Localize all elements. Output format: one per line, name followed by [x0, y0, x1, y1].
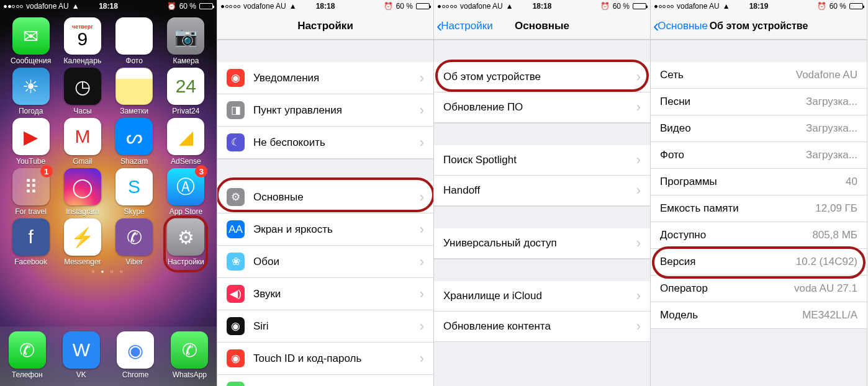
app-clock[interactable]: ◷Часы: [58, 68, 107, 115]
app-adsense[interactable]: ◢AdSense: [161, 118, 210, 166]
cell-touchid[interactable]: ◉Touch ID и код-пароль›: [217, 343, 433, 375]
chevron-right-icon: ›: [420, 222, 424, 238]
row-label: Емкость памяти: [660, 202, 815, 215]
touchid-icon: ◉: [227, 349, 245, 367]
row-label: Версия: [660, 256, 796, 268]
app-calendar[interactable]: четверг9Календарь: [58, 17, 107, 65]
cell-label: Обновление контента: [443, 320, 631, 333]
row-label: Песни: [660, 96, 806, 108]
privat24-icon: 24: [167, 68, 204, 105]
row-value: Загрузка...: [806, 122, 857, 135]
app-app-store[interactable]: Ⓐ3App Store: [161, 168, 210, 216]
app-facebook[interactable]: fFacebook: [6, 218, 56, 266]
cell-label: Звуки: [253, 288, 415, 300]
app-viber[interactable]: ✆Viber: [109, 218, 159, 266]
cell-storage[interactable]: Хранилище и iCloud›: [434, 281, 650, 312]
cell-dnd[interactable]: ☾Не беспокоить›: [217, 127, 433, 159]
cell-spotlight[interactable]: Поиск Spotlight›: [434, 145, 650, 176]
row-model: МодельME342LL/A: [651, 302, 867, 329]
app-label: Chrome: [111, 370, 160, 379]
app-label: Instagram: [58, 207, 107, 216]
row-value: 805,8 МБ: [812, 229, 857, 241]
row-label: Модель: [660, 309, 802, 321]
row-label: Видео: [660, 122, 806, 135]
battery-icon: [416, 3, 430, 9]
row-label: Доступно: [660, 229, 812, 241]
weather-icon: ☀: [12, 68, 50, 105]
camera-icon: 📷: [167, 17, 204, 55]
app-label: Погода: [6, 107, 56, 115]
row-network: СетьVodafone AU: [651, 62, 867, 89]
cell-handoff[interactable]: Handoff›: [434, 176, 650, 206]
battery-icon: [849, 3, 863, 9]
nav-title: Об этом устройстве: [710, 20, 808, 32]
app-gmail[interactable]: MGmail: [58, 118, 107, 166]
cell-siri[interactable]: ◉Siri›: [217, 310, 433, 343]
cell-control[interactable]: ◨Пункт управления›: [217, 94, 433, 127]
cell-sounds[interactable]: ◀)Звуки›: [217, 278, 433, 310]
app-messages[interactable]: ✉Сообщения: [6, 17, 56, 65]
cell-about[interactable]: Об этом устройстве›: [434, 62, 650, 92]
row-label: Программы: [660, 176, 846, 188]
sounds-icon: ◀): [227, 285, 245, 303]
app-photos[interactable]: ✿Фото: [109, 17, 159, 65]
nav-bar: ‹Настройки Основные: [434, 12, 650, 40]
dock-app-phone[interactable]: ✆Телефон: [2, 331, 52, 379]
chevron-right-icon: ›: [636, 318, 641, 334]
display-icon: AA: [227, 220, 245, 238]
nav-bar: ‹Основные Об этом устройстве: [651, 12, 867, 40]
row-label: Сеть: [660, 69, 796, 81]
row-capacity: Емкость памяти12,09 ГБ: [651, 195, 867, 222]
cell-update[interactable]: Обновление ПО›: [434, 92, 650, 123]
cell-refresh[interactable]: Обновление контента›: [434, 312, 650, 342]
cell-label: Универсальный доступ: [443, 237, 631, 249]
dock-app-chrome[interactable]: ◉Chrome: [111, 331, 160, 379]
app-label: Заметки: [109, 107, 159, 115]
clock-icon: ◷: [64, 68, 101, 105]
dnd-icon: ☾: [227, 133, 245, 151]
cell-accessibility[interactable]: Универсальный доступ›: [434, 228, 650, 259]
badge: 3: [195, 165, 207, 177]
control-icon: ◨: [227, 101, 245, 119]
shazam-icon: ᔕ: [115, 118, 153, 155]
row-value: 12,09 ГБ: [815, 202, 857, 215]
cell-notif[interactable]: ◉Уведомления›: [217, 62, 433, 94]
app-youtube[interactable]: ▶YouTube: [6, 118, 56, 166]
app-label: Фото: [109, 56, 159, 65]
cell-general[interactable]: ⚙Основные›: [217, 181, 433, 213]
whatsapp-icon: ✆: [171, 331, 208, 369]
dock-app-vk[interactable]: WVK: [57, 331, 106, 379]
app-privat24[interactable]: 24Privat24: [161, 68, 210, 115]
cell-label: Об этом устройстве: [443, 71, 631, 83]
cell-battery[interactable]: ▮Аккумулятор›: [217, 375, 433, 386]
app-weather[interactable]: ☀Погода: [6, 68, 56, 115]
page-indicator[interactable]: ○ ● ○ ○: [0, 269, 217, 274]
app-settings[interactable]: ⚙Настройки: [161, 218, 210, 266]
settings-icon: ⚙: [167, 218, 204, 256]
dock-app-whatsapp[interactable]: ✆WhatsApp: [165, 331, 214, 379]
row-value: Загрузка...: [806, 149, 857, 161]
row-label: Фото: [660, 149, 806, 161]
cell-wallpaper[interactable]: ❀Обои›: [217, 246, 433, 278]
back-button[interactable]: ‹Основные: [653, 16, 708, 36]
chevron-right-icon: ›: [636, 99, 641, 115]
status-bar: vodafone AU▲ 18:18 ⏰60 %: [434, 0, 650, 12]
messenger-icon: ⚡: [64, 218, 101, 256]
status-bar: vodafone AU ▲ 18:18 ⏰60 %: [217, 0, 433, 12]
app-camera[interactable]: 📷Камера: [161, 17, 210, 65]
app-notes[interactable]: Заметки: [109, 68, 159, 115]
app-label: Календарь: [58, 56, 107, 65]
app-shazam[interactable]: ᔕShazam: [109, 118, 159, 166]
row-carrier: Операторvoda AU 27.1: [651, 276, 867, 302]
app-instagram[interactable]: ◯Instagram: [58, 168, 107, 216]
app-messenger[interactable]: ⚡Messenger: [58, 218, 107, 266]
cell-label: Touch ID и код-пароль: [253, 352, 415, 365]
back-button[interactable]: ‹Настройки: [436, 16, 493, 36]
cell-display[interactable]: AAЭкран и яркость›: [217, 213, 433, 246]
app-for-travel-folder[interactable]: ⠿1For travel: [6, 168, 56, 216]
chevron-right-icon: ›: [420, 254, 424, 270]
app-skype[interactable]: SSkype: [109, 168, 159, 216]
skype-icon: S: [115, 168, 153, 205]
chrome-icon: ◉: [117, 331, 154, 369]
general-icon: ⚙: [227, 188, 245, 206]
